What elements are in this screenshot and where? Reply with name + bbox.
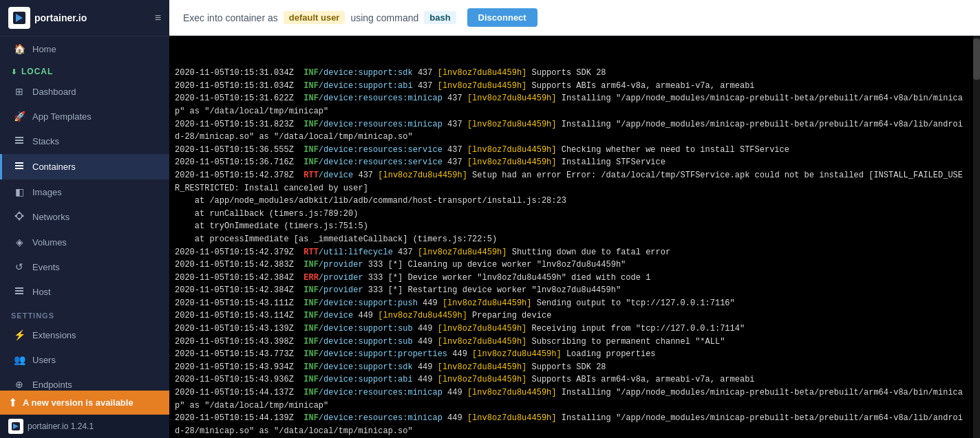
app-templates-icon: 🚀 xyxy=(13,111,25,122)
sidebar-item-volumes-label: Volumes xyxy=(32,237,67,248)
disconnect-button[interactable]: Disconnect xyxy=(467,8,537,27)
sidebar-item-host[interactable]: Host xyxy=(0,279,169,305)
local-label: LOCAL xyxy=(21,67,53,76)
svg-rect-3 xyxy=(15,140,23,141)
terminal-container: 2020-11-05T10:15:31.034Z INF/device:supp… xyxy=(169,36,980,438)
new-version-text: A new version is available xyxy=(23,397,134,408)
sidebar-item-networks-label: Networks xyxy=(32,212,70,222)
sidebar-bottom-logo: portainer.io 1.24.1 xyxy=(0,415,169,438)
svg-point-11 xyxy=(15,215,17,217)
svg-point-12 xyxy=(22,215,24,217)
sidebar-item-images[interactable]: ◧ Images xyxy=(0,179,169,204)
exec-command-badge: bash xyxy=(424,11,456,24)
exec-prefix-label: Exec into container as xyxy=(183,12,278,23)
home-icon: 🏠 xyxy=(13,43,25,54)
sidebar-nav: 🏠 Home ⬇ LOCAL ⊞ Dashboard 🚀 App Templat… xyxy=(0,36,169,391)
sidebar-item-stacks-label: Stacks xyxy=(32,136,59,146)
svg-rect-5 xyxy=(15,162,23,164)
containers-icon xyxy=(13,161,25,173)
events-icon: ↺ xyxy=(13,261,25,272)
upload-icon: ⬆ xyxy=(8,396,17,409)
volumes-icon: ◈ xyxy=(13,237,25,248)
images-icon: ◧ xyxy=(13,186,25,197)
svg-rect-2 xyxy=(15,137,23,138)
endpoints-icon: ⊕ xyxy=(13,379,25,390)
terminal-output[interactable]: 2020-11-05T10:15:31.034Z INF/device:supp… xyxy=(169,36,973,438)
sidebar-item-extensions-label: Extensions xyxy=(32,330,76,340)
sidebar-item-events[interactable]: ↺ Events xyxy=(0,254,169,279)
dashboard-icon: ⊞ xyxy=(13,86,25,97)
sidebar-item-app-templates[interactable]: 🚀 App Templates xyxy=(0,104,169,129)
sidebar-item-dashboard[interactable]: ⊞ Dashboard xyxy=(0,79,169,104)
sidebar-item-users[interactable]: 👥 Users xyxy=(0,347,169,372)
portainer-version: portainer.io 1.24.1 xyxy=(28,421,94,431)
sidebar-item-volumes[interactable]: ◈ Volumes xyxy=(0,230,169,254)
sidebar-item-home-label: Home xyxy=(32,44,56,54)
svg-rect-13 xyxy=(15,287,23,289)
exec-middle-label: using command xyxy=(350,12,418,23)
sidebar-item-users-label: Users xyxy=(32,355,56,365)
sidebar-item-events-label: Events xyxy=(32,262,60,272)
svg-rect-4 xyxy=(15,142,23,144)
sidebar-item-extensions[interactable]: ⚡ Extensions xyxy=(0,322,169,347)
sidebar-item-containers[interactable]: Containers xyxy=(0,154,169,179)
sidebar-item-containers-label: Containers xyxy=(32,162,76,172)
sidebar-item-stacks[interactable]: Stacks xyxy=(0,129,169,154)
svg-rect-14 xyxy=(15,290,23,292)
svg-rect-15 xyxy=(15,293,23,294)
sidebar-header: portainer.io ≡ xyxy=(0,0,169,36)
exec-user-badge: default user xyxy=(284,11,345,24)
portainer-logo-icon xyxy=(8,7,30,29)
stacks-icon xyxy=(13,135,25,147)
sidebar-item-endpoints[interactable]: ⊕ Endpoints xyxy=(0,372,169,391)
terminal-scrollbar[interactable] xyxy=(973,36,980,438)
svg-rect-6 xyxy=(15,165,23,166)
sidebar-item-app-templates-label: App Templates xyxy=(32,111,92,122)
settings-section-label: SETTINGS xyxy=(0,305,169,322)
sidebar-logo-text: portainer.io xyxy=(34,12,87,23)
main-content: Exec into container as default user usin… xyxy=(169,0,980,438)
sidebar-item-host-label: Host xyxy=(32,287,51,297)
sidebar-logo: portainer.io xyxy=(8,7,87,29)
sidebar-item-networks[interactable]: Networks xyxy=(0,204,169,230)
terminal-scrollbar-thumb xyxy=(973,39,980,80)
users-icon: 👥 xyxy=(13,354,25,365)
host-icon xyxy=(13,286,25,298)
extensions-icon: ⚡ xyxy=(13,329,25,340)
portainer-bottom-logo-icon xyxy=(8,419,23,434)
exec-header: Exec into container as default user usin… xyxy=(169,0,980,36)
sidebar: portainer.io ≡ 🏠 Home ⬇ LOCAL ⊞ Dashboar… xyxy=(0,0,169,438)
networks-icon xyxy=(13,211,25,223)
svg-point-9 xyxy=(19,212,21,214)
sidebar-item-home[interactable]: 🏠 Home xyxy=(0,36,169,61)
sidebar-item-images-label: Images xyxy=(32,187,62,197)
local-arrow: ⬇ xyxy=(11,68,17,76)
sidebar-item-endpoints-label: Endpoints xyxy=(32,380,72,390)
svg-point-10 xyxy=(19,219,21,221)
svg-point-8 xyxy=(17,213,22,219)
new-version-banner[interactable]: ⬆ A new version is available xyxy=(0,391,169,415)
local-section-label: ⬇ LOCAL xyxy=(0,61,169,79)
svg-rect-7 xyxy=(15,168,23,169)
sidebar-item-dashboard-label: Dashboard xyxy=(32,87,76,97)
sidebar-toggle-icon[interactable]: ≡ xyxy=(155,12,161,24)
